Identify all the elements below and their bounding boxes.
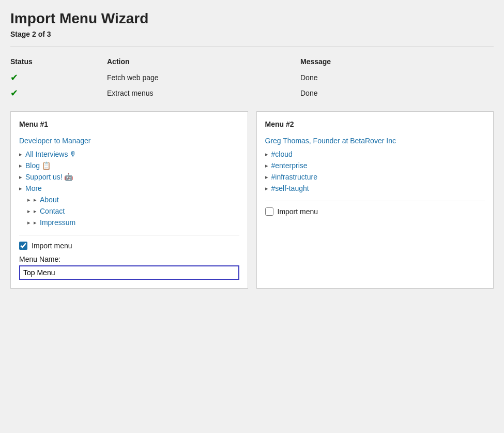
menus-container: Menu #1 Developer to Manager ▸ All Inter…	[10, 111, 494, 289]
arrow-icon: ▸	[19, 151, 22, 158]
arrow-icon: ▸	[19, 185, 22, 192]
arrow-icon: ▸	[19, 174, 22, 181]
arrow-icon: ▸	[265, 185, 268, 192]
menu1-item-link[interactable]: Contact	[40, 207, 65, 215]
message-cell: Done	[300, 85, 494, 101]
menu1-item-link[interactable]: Support us! 🤖	[25, 173, 73, 181]
list-item: ▸ ▸ About	[27, 196, 239, 204]
arrow-icon: ▸	[27, 197, 30, 203]
menu2-item-link[interactable]: #enterprise	[271, 161, 308, 170]
status-cell: ✔	[10, 85, 107, 101]
menu2-import-checkbox[interactable]	[265, 207, 273, 216]
table-row: ✔ Fetch web page Done	[10, 70, 494, 85]
menu2-item-link[interactable]: #self-taught	[271, 184, 309, 192]
list-item: ▸ #infrastructure	[265, 173, 485, 181]
table-row: ✔ Extract menus Done	[10, 85, 494, 101]
header-divider	[10, 47, 494, 47]
menu2-top-link[interactable]: Greg Thomas, Founder at BetaRover Inc	[265, 137, 485, 145]
list-item: ▸ ▸ Impressum	[27, 218, 239, 227]
menu1-item-link[interactable]: Blog 📋	[25, 161, 51, 170]
menu1-import-row: Import menu	[19, 242, 239, 250]
list-item: ▸ All Interviews 🎙	[19, 150, 239, 158]
menu1-name-input[interactable]	[19, 265, 239, 280]
arrow-annotation	[42, 298, 202, 299]
menu2-import-section: Import menu	[265, 201, 485, 216]
menu1-import-section: Import menu Menu Name:	[19, 235, 239, 280]
arrow-icon-2: ▸	[34, 208, 37, 215]
list-item: ▸ More	[19, 184, 239, 192]
menu2-title: Menu #2	[265, 120, 485, 128]
arrow-icon: ▸	[265, 174, 268, 181]
menu2-item-link[interactable]: #cloud	[271, 150, 293, 158]
col-header-message: Message	[300, 55, 494, 70]
arrow-icon: ▸	[19, 162, 22, 169]
message-cell: Done	[300, 70, 494, 85]
stage-label: Stage 2 of 3	[10, 30, 494, 38]
action-cell: Fetch web page	[107, 70, 300, 85]
menu1-top-link[interactable]: Developer to Manager	[19, 137, 239, 145]
col-header-action: Action	[107, 55, 300, 70]
status-table: Status Action Message ✔ Fetch web page D…	[10, 55, 494, 101]
status-cell: ✔	[10, 70, 107, 85]
menu1-item-link[interactable]: Impressum	[40, 218, 75, 227]
menu-box-2: Menu #2 Greg Thomas, Founder at BetaRove…	[256, 111, 494, 289]
arrow-icon: ▸	[265, 151, 268, 158]
list-item: ▸ #self-taught	[265, 184, 485, 192]
list-item: ▸ ▸ Contact	[27, 207, 239, 215]
menu1-title: Menu #1	[19, 120, 239, 128]
list-item: ▸ Support us! 🤖	[19, 173, 239, 181]
col-header-status: Status	[10, 55, 107, 70]
menu1-import-label[interactable]: Import menu	[32, 242, 72, 250]
menu1-item-link[interactable]: All Interviews 🎙	[25, 150, 77, 158]
arrow-icon: ▸	[27, 208, 30, 215]
page-title: Import Menu Wizard	[10, 10, 494, 27]
menu2-import-label[interactable]: Import menu	[278, 207, 318, 216]
checkmark-icon: ✔	[10, 88, 18, 98]
menu1-name-label: Menu Name:	[19, 255, 239, 263]
menu1-import-checkbox[interactable]	[19, 242, 27, 250]
menu1-item-link[interactable]: More	[25, 184, 42, 192]
action-cell: Extract menus	[107, 85, 300, 101]
list-item: ▸ #enterprise	[265, 161, 485, 170]
arrow-icon-2: ▸	[34, 219, 37, 226]
list-item: ▸ #cloud	[265, 150, 485, 158]
menu2-import-row: Import menu	[265, 207, 485, 216]
arrow-icon: ▸	[27, 219, 30, 226]
arrow-icon-2: ▸	[34, 197, 37, 203]
arrow-icon: ▸	[265, 162, 268, 169]
list-item: ▸ Blog 📋	[19, 161, 239, 170]
menu1-item-link[interactable]: About	[40, 196, 59, 204]
menu2-item-link[interactable]: #infrastructure	[271, 173, 317, 181]
menu-box-1: Menu #1 Developer to Manager ▸ All Inter…	[10, 111, 248, 289]
checkmark-icon: ✔	[10, 72, 18, 83]
